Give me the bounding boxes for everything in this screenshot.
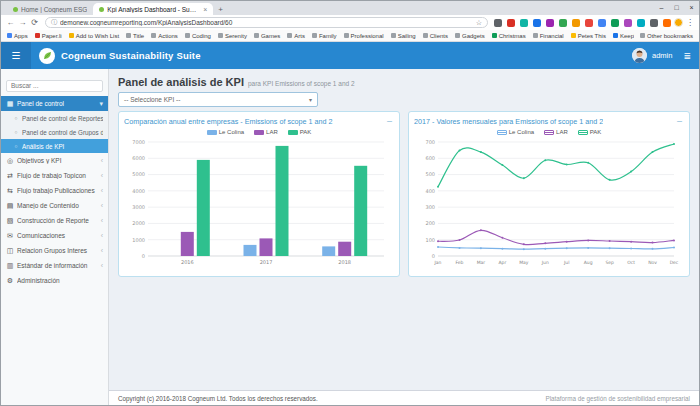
bookmark-items: AppsPaper.liAdd to Wish ListTitleActions… <box>7 33 634 39</box>
close-button[interactable]: × <box>684 1 699 14</box>
svg-text:Jul: Jul <box>563 260 569 265</box>
bookmark-item[interactable]: Serenity <box>218 33 247 39</box>
sidebar-toggle-icon[interactable]: ☰ <box>1 42 31 69</box>
site-favicon <box>13 7 18 12</box>
bookmark-star-icon[interactable]: ☆ <box>476 19 482 27</box>
extension-icon[interactable] <box>520 19 528 27</box>
svg-text:400: 400 <box>425 188 435 194</box>
extension-icon[interactable] <box>637 19 645 27</box>
tab-close-icon[interactable]: × <box>203 6 207 13</box>
bookmark-item[interactable]: Games <box>254 33 280 39</box>
extension-icon[interactable] <box>494 19 502 27</box>
chart-legend: Le ColinaLARPAK <box>124 127 394 137</box>
maximize-button[interactable]: □ <box>669 1 684 14</box>
user-avatar[interactable] <box>632 48 647 63</box>
bookmark-favicon <box>344 33 349 38</box>
sidebar-item[interactable]: ▥Estándar de información‹ <box>1 258 108 273</box>
bookmark-label: Professional <box>351 33 384 39</box>
sidebar-subitem[interactable]: ○Análisis de KPI <box>1 139 108 153</box>
bookmark-item[interactable]: Add to Wish List <box>69 33 119 39</box>
sidebar-subitem[interactable]: ○Panel de control de Reportes <box>1 111 108 125</box>
bookmark-item[interactable]: Title <box>126 33 144 39</box>
sidebar-item[interactable]: ▤Manejo de Contenido‹ <box>1 198 108 213</box>
legend-item[interactable]: Le Colina <box>497 129 534 135</box>
browser-menu-icon[interactable]: ⋮ <box>686 18 694 27</box>
bookmark-item[interactable]: KeepVid DL <box>613 33 634 39</box>
bookmark-favicon <box>218 33 223 38</box>
extension-icon[interactable] <box>585 19 593 27</box>
extension-icon[interactable] <box>546 19 554 27</box>
profile-avatar[interactable] <box>674 18 683 27</box>
bookmark-favicon <box>254 33 259 38</box>
svg-text:5000: 5000 <box>132 171 145 177</box>
legend-item[interactable]: LAR <box>254 129 278 135</box>
extension-icon[interactable] <box>507 19 515 27</box>
extension-icon[interactable] <box>611 19 619 27</box>
sidebar-item[interactable]: ⇄Flujo de trabajo Topicon‹ <box>1 168 108 183</box>
folder-icon <box>640 33 645 38</box>
svg-text:Dec: Dec <box>670 260 679 265</box>
bookmark-item[interactable]: Clients <box>423 33 448 39</box>
extension-icon[interactable] <box>572 19 580 27</box>
legend-label: PAK <box>300 129 312 135</box>
legend-item[interactable]: PAK <box>288 129 312 135</box>
panel-collapse-button[interactable]: – <box>675 117 684 126</box>
username[interactable]: admin <box>652 51 672 60</box>
svg-text:May: May <box>519 260 529 265</box>
legend-item[interactable]: LAR <box>544 129 568 135</box>
extension-icon[interactable] <box>624 19 632 27</box>
new-tab-button[interactable]: + <box>218 5 223 14</box>
line-PAK <box>438 144 674 187</box>
bookmark-item[interactable]: Family <box>312 33 337 39</box>
sidebar-item[interactable]: ▧Construcción de Reporte‹ <box>1 213 108 228</box>
legend-item[interactable]: Le Colina <box>207 129 244 135</box>
bookmark-label: Games <box>261 33 280 39</box>
bookmark-item[interactable]: Paper.li <box>35 33 62 39</box>
kpi-select-value: -- Seleccione KPI -- <box>124 96 180 103</box>
browser-tab-kpi-dashboard[interactable]: Kpi Analysis Dashboard - Sustain... × <box>93 3 213 15</box>
bookmark-label: Gadgets <box>462 33 485 39</box>
other-bookmarks[interactable]: Other bookmarks <box>640 33 693 39</box>
browser-tab-home[interactable]: Home | Cogneum ESG <box>7 3 93 15</box>
page-info-icon[interactable]: ⓘ <box>51 18 57 27</box>
panel-header: Comparación anual entre empresas - Emiss… <box>124 115 394 127</box>
bookmark-item[interactable]: Sailing <box>391 33 416 39</box>
sidebar-item[interactable]: ◫Relacion Grupos Interes‹ <box>1 243 108 258</box>
address-bar[interactable]: ⓘ demonew.cogneumreporting.com/KpiAnalys… <box>45 17 488 28</box>
extension-icon[interactable] <box>650 19 658 27</box>
legend-item[interactable]: PAK <box>578 129 602 135</box>
bookmark-favicon <box>492 33 497 38</box>
sidebar-item[interactable]: ◎Objetivos y KPI‹ <box>1 153 108 168</box>
bookmark-item[interactable]: Coding <box>185 33 211 39</box>
sidebar-item[interactable]: ⇆Flujo trabajo Publicaciones‹ <box>1 183 108 198</box>
forward-icon[interactable]: → <box>18 15 27 30</box>
sidebar-item[interactable]: ⚙Administración <box>1 273 108 288</box>
control-sidebar-icon[interactable]: ≣ <box>683 51 691 61</box>
window-controls: – □ × <box>654 1 699 14</box>
kpi-select-dropdown[interactable]: -- Seleccione KPI -- ▾ <box>118 92 318 107</box>
page-subtitle-text: para KPI Emissions of scope 1 and 2 <box>248 80 355 87</box>
bookmark-item[interactable]: Gadgets <box>455 33 485 39</box>
panel-collapse-button[interactable]: – <box>385 117 394 126</box>
bookmark-item[interactable]: Professional <box>344 33 384 39</box>
sidebar-item-icon: ▥ <box>6 262 14 270</box>
sidebar-item[interactable]: ✉Comunicaciones‹ <box>1 228 108 243</box>
refresh-icon[interactable]: ⟳ <box>30 15 39 30</box>
sidebar-item[interactable]: ▦Panel de control▾ <box>1 96 108 111</box>
extension-icon[interactable] <box>663 19 671 27</box>
minimize-button[interactable]: – <box>654 1 669 14</box>
extension-icon[interactable] <box>598 19 606 27</box>
back-icon[interactable]: ← <box>6 15 15 30</box>
bookmark-item[interactable]: Petes This <box>571 33 606 39</box>
bookmark-label: Title <box>133 33 144 39</box>
bookmark-item[interactable]: Arts <box>287 33 305 39</box>
extension-icon[interactable] <box>533 19 541 27</box>
panel-title: Comparación anual entre empresas - Emiss… <box>124 117 333 126</box>
bookmark-item[interactable]: Actions <box>151 33 178 39</box>
bookmark-item[interactable]: Christmas <box>492 33 526 39</box>
sidebar-subitem[interactable]: ○Panel de control de Grupos de Int <box>1 125 108 139</box>
extension-icon[interactable] <box>559 19 567 27</box>
search-input[interactable] <box>6 80 103 92</box>
bookmark-item[interactable]: Apps <box>7 33 28 39</box>
bookmark-item[interactable]: Financial <box>533 33 564 39</box>
